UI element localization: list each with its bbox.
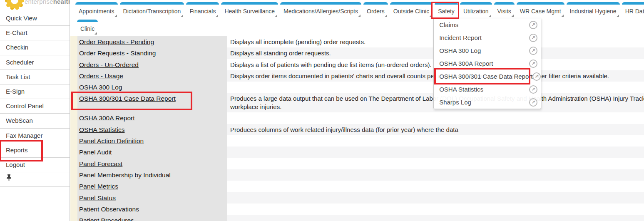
table-row: Panel Metrics (77, 181, 644, 192)
report-link-osha-300-log[interactable]: OSHA 300 Log (79, 84, 122, 91)
sidebar-item-fax-manager[interactable]: Fax Manager (0, 128, 70, 143)
open-in-new-icon[interactable]: ↗ (529, 85, 537, 94)
table-row: OSHA StatisticsProduces columns of work … (77, 124, 644, 135)
menu-item-label: OSHA 300A Report (439, 60, 493, 67)
tab-visits[interactable]: Visits (494, 2, 515, 18)
report-link-panel-action-definition[interactable]: Panel Action Definition (79, 137, 144, 144)
sidebar-divider (0, 186, 70, 187)
open-in-new-icon[interactable]: ↗ (529, 47, 537, 55)
report-link-osha-300-301-case-data-report[interactable]: OSHA 300/301 Case Data Report (79, 95, 176, 102)
sidebar-item-webscan[interactable]: WebScan (0, 113, 70, 128)
report-link-patient-observations[interactable]: Patient Observations (79, 206, 139, 213)
chevron-corner-icon (181, 15, 183, 17)
sidebar: enterprisehealth Quick ViewE-ChartChecki… (0, 0, 70, 221)
sidebar-item-pin[interactable] (0, 172, 70, 186)
report-link-panel-metrics[interactable]: Panel Metrics (79, 183, 118, 190)
table-row: Panel Forecast (77, 158, 644, 169)
report-description-cell (227, 158, 644, 169)
report-link-osha-300a-report[interactable]: OSHA 300A Report (79, 114, 135, 122)
menu-item-label: Sharps Log (439, 99, 471, 106)
tab-dictation-transcription[interactable]: Dictation/Transcription (120, 2, 184, 18)
open-in-new-icon[interactable]: ↗ (529, 34, 537, 42)
report-link-panel-audit[interactable]: Panel Audit (79, 149, 112, 156)
left-accent-strip (70, 36, 77, 221)
menu-item-label: Claims (439, 21, 458, 28)
tab-health-surveillance[interactable]: Health Surveillance (221, 2, 278, 18)
report-link-panel-forecast[interactable]: Panel Forecast (79, 160, 122, 167)
tab-hr-data-feed[interactable]: HR Data Feed (622, 2, 644, 18)
tab-clinic[interactable]: Clinic (77, 20, 98, 35)
menu-item-osha-300-log[interactable]: OSHA 300 Log↗ (434, 44, 541, 57)
tab-label: Clinic (80, 25, 94, 32)
tab-label: Dictation/Transcription (123, 8, 181, 15)
report-table: Order Requests - PendingDisplays all inc… (77, 36, 644, 221)
open-in-new-icon[interactable]: ↗ (529, 21, 537, 29)
brand-name-light: enterprise (25, 0, 53, 5)
sidebar-item-task-list[interactable]: Task List (0, 70, 70, 84)
menu-item-label: OSHA 300 Log (439, 47, 481, 54)
tab-safety[interactable]: SafetyClaims↗Incident Report↗OSHA 300 Lo… (435, 2, 458, 18)
brand-name: enterprisehealth (25, 0, 70, 5)
sidebar-item-logout[interactable]: Logout (0, 157, 70, 172)
report-link-orders-usage[interactable]: Orders - Usage (79, 72, 123, 79)
menu-item-incident-report[interactable]: Incident Report↗ (434, 31, 541, 44)
tab-outside-clinic[interactable]: Outside Clinic (390, 2, 433, 18)
chevron-corner-icon (385, 15, 387, 17)
report-link-osha-statistics[interactable]: OSHA Statistics (79, 126, 124, 133)
sidebar-item-scheduler[interactable]: Scheduler (0, 55, 70, 70)
report-description-cell (227, 147, 644, 158)
report-name-cell: Order Requests - Pending (77, 36, 227, 47)
menu-item-sharps-log[interactable]: Sharps Log↗ (434, 96, 541, 109)
tab-medications-allergies-scripts[interactable]: Medications/Allergies/Scripts (280, 2, 361, 18)
sidebar-item-e-chart[interactable]: E-Chart (0, 25, 70, 40)
tab-orders[interactable]: Orders (363, 2, 388, 18)
menu-item-osha-statistics[interactable]: OSHA Statistics↗ (434, 83, 541, 96)
sidebar-item-checkin[interactable]: Checkin (0, 40, 70, 55)
app-logo: enterprisehealth (0, 0, 70, 11)
tab-wr-case-mgmt[interactable]: WR Case Mgmt (517, 2, 564, 18)
report-name-cell: Panel Membership by Individual (77, 169, 227, 181)
tab-appointments[interactable]: Appointments (75, 2, 118, 18)
chevron-corner-icon (511, 15, 514, 17)
sidebar-item-e-sign[interactable]: E-Sign (0, 84, 70, 99)
table-row: Order Requests - StandingDisplays all st… (77, 47, 644, 59)
report-link-order-requests-pending[interactable]: Order Requests - Pending (79, 38, 154, 45)
menu-item-claims[interactable]: Claims↗ (434, 18, 541, 31)
menu-item-osha-300a-report[interactable]: OSHA 300A Report↗ (434, 57, 541, 70)
tab-utilization[interactable]: Utilization (460, 2, 492, 18)
report-name-cell: Panel Status (77, 192, 227, 204)
sidebar-item-control-panel[interactable]: Control Panel (0, 99, 70, 113)
open-in-new-icon[interactable]: ↗ (529, 60, 537, 68)
tab-label: Health Surveillance (224, 8, 275, 15)
table-row: Panel Membership by Individual (77, 169, 644, 181)
chevron-corner-icon (429, 15, 432, 17)
report-link-orders-un-ordered[interactable]: Orders - Un-Ordered (79, 61, 139, 68)
sidebar-item-quick-view[interactable]: Quick View (0, 11, 70, 25)
chevron-corner-icon (94, 32, 97, 35)
report-link-panel-status[interactable]: Panel Status (79, 194, 116, 201)
menu-item-label: Incident Report (439, 34, 482, 41)
report-name-cell: Panel Forecast (77, 158, 227, 169)
open-in-new-icon[interactable]: ↗ (529, 98, 537, 107)
chevron-corner-icon (358, 15, 361, 17)
tab-financials[interactable]: Financials (186, 2, 219, 18)
report-link-panel-membership-by-individual[interactable]: Panel Membership by Individual (79, 171, 171, 179)
report-link-order-requests-standing[interactable]: Order Requests - Standing (79, 50, 156, 57)
report-name-cell: OSHA 300/301 Case Data Report (77, 93, 227, 112)
report-name-cell: Panel Metrics (77, 181, 227, 192)
chevron-corner-icon (561, 15, 564, 17)
open-in-new-icon[interactable]: ↗ (532, 72, 541, 81)
menu-item-osha-300-301-case-data-report[interactable]: OSHA 300/301 Case Data Report↗ (434, 70, 541, 83)
tab-industrial-hygiene[interactable]: Industrial Hygiene (567, 2, 620, 18)
report-description-cell (227, 215, 644, 221)
table-row: Panel Audit (77, 147, 644, 158)
table-row: Patient Procedures (77, 215, 644, 221)
app-window: enterprisehealth Quick ViewE-ChartChecki… (0, 0, 644, 221)
tab-label: Utilization (463, 8, 489, 15)
table-row: Panel Action Definition (77, 135, 644, 147)
main-tab-bar: AppointmentsDictation/TranscriptionFinan… (75, 2, 644, 18)
sidebar-item-reports[interactable]: Reports (0, 143, 70, 157)
table-row: Order Requests - PendingDisplays all inc… (77, 36, 644, 47)
report-link-patient-procedures[interactable]: Patient Procedures (79, 217, 134, 221)
chevron-corner-icon (617, 15, 619, 17)
